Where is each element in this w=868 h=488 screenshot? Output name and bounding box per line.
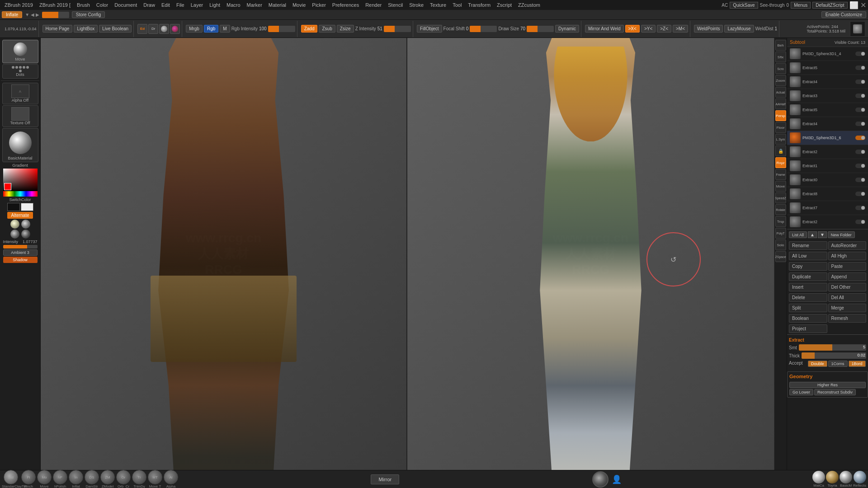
list-down-button[interactable]: ▼: [818, 231, 827, 238]
subtool-toggle-extract1[interactable]: [855, 164, 865, 168]
higher-res-button[interactable]: Higher Res: [789, 382, 866, 388]
px-button[interactable]: >X<: [625, 25, 640, 33]
right-viewport[interactable]: www.rrcg.cn人人素材RRCG ↺: [407, 38, 774, 470]
subtool-toggle-extract8[interactable]: [855, 192, 865, 196]
light-sphere-1[interactable]: [10, 220, 19, 229]
paste-button[interactable]: Paste: [828, 262, 867, 271]
left-viewport[interactable]: www.rrcg.cn人人素材RRCG: [41, 38, 407, 470]
hue-slider[interactable]: [3, 191, 38, 197]
tcorns-button[interactable]: 1Corns: [828, 361, 848, 367]
render-preview-btn[interactable]: [159, 24, 169, 34]
defaultzscript-button[interactable]: DefaultZScript: [812, 2, 847, 9]
subtool-item-extract1[interactable]: Extract1: [787, 159, 868, 173]
basicm-sphere[interactable]: [840, 471, 852, 483]
menu-stroke[interactable]: Stroke: [406, 1, 426, 9]
subtool-item-extract4[interactable]: Extract4: [787, 75, 868, 89]
project-button[interactable]: Project: [789, 324, 827, 333]
draw-size-slider[interactable]: [527, 26, 554, 32]
sfix-button[interactable]: Sfix: [775, 52, 786, 62]
standard-brush-btn[interactable]: Std: [4, 470, 18, 484]
duplicate-button[interactable]: Duplicate: [789, 272, 827, 281]
texture-off-tool[interactable]: Texture Off: [2, 105, 38, 127]
subtool-toggle-extract0[interactable]: [855, 178, 865, 182]
live-boolean-button[interactable]: Live Boolean: [99, 25, 132, 33]
menu-movie[interactable]: Movie: [290, 1, 308, 9]
subtool-toggle-extract5b[interactable]: [855, 108, 865, 112]
rotate-button[interactable]: Rotate: [775, 204, 786, 215]
subtool-item-extract5b[interactable]: Extract5: [787, 103, 868, 117]
lsym-button[interactable]: L.Sym: [775, 134, 786, 145]
mrgb-button[interactable]: Mrgb: [186, 25, 203, 33]
light-sphere-4[interactable]: [21, 230, 30, 239]
inflat-brush-btn[interactable]: In: [69, 470, 83, 484]
menu-color[interactable]: Color: [94, 1, 111, 9]
menu-marker[interactable]: Marker: [244, 1, 265, 9]
zadd-button[interactable]: Zadd: [301, 25, 318, 33]
reflects-sphere[interactable]: [854, 471, 866, 483]
lock-button[interactable]: 🔒: [775, 145, 786, 156]
pinch-brush-btn[interactable]: Pi: [21, 470, 36, 484]
copy-button[interactable]: Copy: [789, 262, 827, 271]
dots-tool[interactable]: Dots: [2, 64, 38, 79]
pm-button[interactable]: >M<: [673, 25, 688, 33]
thick-slider[interactable]: 0.02: [802, 352, 866, 359]
menu-zscript[interactable]: Zscript: [494, 1, 514, 9]
fill-object-button[interactable]: FillObject: [417, 25, 442, 33]
menu-preferences[interactable]: Preferences: [330, 1, 362, 9]
all-high-button[interactable]: All High: [828, 252, 867, 260]
insert-button[interactable]: Insert: [789, 283, 827, 291]
subtool-item-extract5[interactable]: Extract5: [787, 61, 868, 75]
toyria-sphere[interactable]: [826, 471, 839, 483]
subtool-item-extract2[interactable]: Extract2: [787, 145, 868, 159]
menu-transform[interactable]: Transform: [465, 1, 493, 9]
subtool-item-extract7[interactable]: Extract7: [787, 201, 868, 215]
rgb-button[interactable]: Rgb: [204, 25, 218, 33]
home-page-button[interactable]: Home Page: [42, 25, 73, 33]
frame-button[interactable]: Frame: [775, 169, 786, 180]
subtool-toggle-extract4b[interactable]: [855, 122, 865, 126]
menu-tool[interactable]: Tool: [450, 1, 464, 9]
menu-picker[interactable]: Picker: [309, 1, 329, 9]
rgb-intensity-slider[interactable]: [268, 26, 295, 32]
split-button[interactable]: Split: [789, 304, 827, 312]
list-up-button[interactable]: ▲: [808, 231, 817, 238]
subtool-item-extract0[interactable]: Extract0: [787, 173, 868, 187]
damstr-brush-btn[interactable]: DS: [85, 470, 99, 484]
merge-button[interactable]: Merge: [828, 304, 867, 312]
menu-light[interactable]: Light: [207, 1, 223, 9]
trimdy-brush-btn[interactable]: Tr: [132, 470, 146, 484]
weld-points-button[interactable]: WeldPoints: [694, 25, 723, 33]
py-button[interactable]: >Y<: [641, 25, 656, 33]
subtool-item-extract2b[interactable]: Extract2: [787, 215, 868, 229]
color-picker-gradient[interactable]: [3, 169, 38, 191]
boolean-button[interactable]: Boolean: [789, 314, 827, 323]
menu-material[interactable]: Material: [266, 1, 289, 9]
subtool-toggle-extract5[interactable]: [855, 66, 865, 70]
subtool-item-pm3d1[interactable]: PM3D_Sphere3D1_4: [787, 47, 868, 61]
subtool-toggle-extract7[interactable]: [855, 206, 865, 210]
inflate-button[interactable]: Inflate: [2, 11, 22, 18]
orb-brush-btn[interactable]: Or: [116, 470, 131, 484]
material-preview-btn[interactable]: [170, 24, 180, 34]
subtool-toggle-extract4[interactable]: [855, 80, 865, 84]
menu-alpha[interactable]: ZBrush 2019 [: [37, 1, 73, 9]
subtool-item-extract4b[interactable]: Extract4: [787, 117, 868, 131]
move-button[interactable]: Move: [775, 181, 786, 192]
person-icon[interactable]: 👤: [610, 473, 623, 486]
del-all-button[interactable]: Del All: [828, 293, 867, 302]
menu-macro[interactable]: Macro: [224, 1, 243, 9]
quicksave-button[interactable]: QuickSave: [730, 2, 758, 9]
append-button[interactable]: Append: [828, 272, 867, 281]
persp-button[interactable]: Persp: [775, 110, 786, 121]
intensity-bar[interactable]: [3, 245, 38, 249]
scroll-button[interactable]: Scro: [775, 63, 786, 74]
draw-mode-btn[interactable]: Dr: [148, 24, 158, 34]
subtool-toggle-extract3[interactable]: [855, 94, 865, 98]
primary-color-box[interactable]: [7, 203, 20, 211]
solo-button[interactable]: Solo: [775, 239, 786, 250]
rxyz-button[interactable]: Rxyz: [775, 157, 786, 168]
store-config-button[interactable]: Store Config: [72, 11, 105, 18]
subtool-toggle-extract2[interactable]: [855, 150, 865, 154]
double-button[interactable]: Double: [808, 361, 827, 367]
dynamic-button[interactable]: Dynamic: [555, 25, 579, 33]
